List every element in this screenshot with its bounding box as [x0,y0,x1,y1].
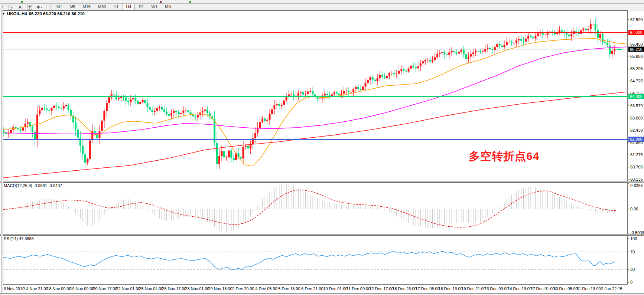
snap-grid-icon[interactable]: F [7,5,14,10]
price-chart-canvas[interactable]: 67.59066.45065.88065.29564.72564.15563.5… [0,10,644,181]
text-label-icon[interactable]: T [26,5,33,10]
date-tick-label: 11 Dec 09:00 [347,286,371,291]
date-tick-label: 31 Dec 13:00 [576,286,601,291]
date-tick-label: 24 Dec 13:00 [507,286,531,291]
candles [3,18,616,170]
svg-text:67.590: 67.590 [630,17,643,22]
svg-text:0.00: 0.00 [630,207,638,211]
date-tick-label: 15 Dec 23:00 [392,286,416,291]
rsi-axis[interactable]: 10070300 [628,236,637,284]
date-axis[interactable]: 13 Nov 201914 Nov 21:0018 Nov 00:0019 No… [0,285,644,294]
svg-text:64.000: 64.000 [630,94,643,99]
status-strip [0,294,644,295]
date-tick-label: 29 Nov 13:00 [208,286,232,291]
svg-text:65.880: 65.880 [630,54,643,59]
date-tick-label: 17 Dec 05:00 [415,286,439,291]
date-tick-label: 2 Dec 20:00 [232,286,254,291]
dropdown-caret-icon[interactable]: ▾ [41,6,42,9]
chart-title[interactable]: ▼ UKOil-,H4 66.220 66.220 66.210 66.210 [2,12,85,16]
svg-text:66.210: 66.210 [630,47,643,52]
date-tick-label: 13 Nov 2019 [1,286,25,291]
timeframe-button-H4[interactable]: H4 [123,4,134,10]
timeframe-button-W1[interactable]: W1 [148,4,161,10]
price-axis[interactable]: 67.59066.45065.88065.29564.72564.15563.5… [628,17,644,181]
timeframe-button-D1[interactable]: D1 [136,4,147,10]
svg-text:61.275: 61.275 [630,153,643,157]
date-tick-label: 14 Nov 21:00 [24,286,48,291]
rsi-line [3,252,617,270]
svg-text:0: 0 [630,280,632,284]
svg-text:62.430: 62.430 [630,128,643,132]
date-tick-label: 19 Dec 21:00 [461,286,485,291]
date-tick-label: 28 Nov 01:00 [185,286,209,291]
svg-text:100: 100 [630,236,637,241]
svg-text:60.705: 60.705 [630,165,643,169]
toolbar: FAT❖▾ M1M5M15M30H1H4D1W1MN [0,4,644,10]
arrows-dropdown-icon[interactable]: ❖▾ [36,4,43,10]
date-tick-label: 30 Dec 05:00 [553,286,578,291]
svg-text:0.6255: 0.6255 [630,183,643,188]
date-tick-label: 18 Dec 13:00 [438,286,462,291]
rsi-chart-canvas[interactable]: 10070300 [0,236,644,285]
date-tick-label: 25 Nov 04:00 [139,286,163,291]
macd-chart-canvas[interactable]: 0.62550.00-0.5903 [0,183,644,234]
date-tick-label: 10 Dec 01:00 [323,286,347,291]
clipped-toolbar-row [0,0,644,4]
price-panel: 67.59066.45065.88065.29564.72564.15563.5… [0,10,644,181]
svg-text:60.135: 60.135 [630,177,643,181]
date-tick-label: 22 Nov 01:00 [116,286,140,291]
chinese-annotation: 多空转折点64 [469,149,539,164]
chart-dropdown-icon[interactable]: ▼ [2,12,5,16]
date-tick-label: 6 Dec 21:00 [301,286,323,291]
date-tick-label: 26 Nov 17:00 [162,286,186,291]
timeframe-button-M30[interactable]: M30 [95,4,109,10]
timeframe-bar: M1M5M15M30H1H4D1W1MN [53,4,175,10]
horizontal-lines[interactable] [3,32,628,139]
macd-axis[interactable]: 0.62550.00-0.5903 [628,183,644,234]
date-tick-label: 18 Nov 00:00 [47,286,71,291]
date-tick-label: 27 Dec 01:00 [530,286,554,291]
plot-frame [3,236,628,285]
svg-text:70: 70 [630,250,635,254]
svg-text:65.295: 65.295 [630,66,643,71]
macd-indicator-label: MACD(12,26,9) -0.0881 -0.0407 [4,183,62,188]
rsi-panel: 10070300 RSI(14) 47.3658 [0,236,644,285]
ohlc-values: 66.220 66.220 66.210 66.210 [29,12,85,16]
ma-mid-magenta [3,47,627,134]
svg-text:66.450: 66.450 [630,42,643,46]
date-tick-label: 5 Dec 13:00 [278,286,300,291]
timeframe-button-H1[interactable]: H1 [110,4,122,10]
timeframe-button-M5[interactable]: M5 [66,4,78,10]
date-tick-label: 2 Jan 22:15 [601,286,622,291]
timeframe-button-MN[interactable]: MN [162,4,175,10]
toolbar-speck [160,1,162,3]
macd-panel: 0.62550.00-0.5903 MACD(12,26,9) -0.0881 … [0,183,644,234]
toolbar-speck [189,1,191,3]
svg-text:30: 30 [630,267,635,272]
window-left-border [1,10,3,293]
date-tick-label: 20 Nov 17:00 [93,286,117,291]
date-tick-label: 23 Dec 00:00 [484,286,508,291]
mt4-window: FAT❖▾ M1M5M15M30H1H4D1W1MN 67.59066.4506… [0,0,644,295]
svg-text:67.000: 67.000 [630,30,643,35]
svg-text:-0.5903: -0.5903 [630,230,644,234]
text-a-icon[interactable]: A [16,4,24,10]
svg-text:63.570: 63.570 [630,104,643,108]
svg-text:62.000: 62.000 [630,137,643,141]
rsi-indicator-label: RSI(14) 47.3658 [4,236,34,241]
toolbar-separator [46,4,46,9]
toolbar-speck [21,1,23,3]
svg-text:63.000: 63.000 [630,116,643,120]
svg-text:64.725: 64.725 [630,79,643,83]
date-tick-label: 19 Nov 09:00 [70,286,94,291]
timeframe-button-M1[interactable]: M1 [53,4,65,10]
date-tick-label: 12 Dec 17:00 [369,286,393,291]
symbol-period-label: UKOil-,H4 [7,12,27,16]
timeframe-button-M15[interactable]: M15 [79,4,94,10]
date-tick-label: 4 Dec 05:00 [255,286,277,291]
